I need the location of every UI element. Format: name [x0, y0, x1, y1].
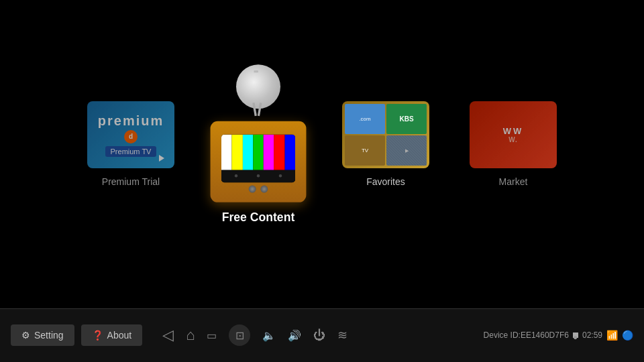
- satellite-dish: [229, 64, 288, 116]
- tv-knob-2: [260, 185, 268, 192]
- market-www: WW: [503, 126, 524, 136]
- toolbar-buttons: ⚙ Setting ❓ About: [11, 324, 142, 346]
- fav-cell-3: TV: [345, 135, 385, 166]
- time-display: 02:59: [582, 330, 602, 340]
- about-button[interactable]: ❓ About: [81, 324, 143, 346]
- setting-label: Setting: [34, 330, 64, 341]
- back-icon[interactable]: ◁: [162, 326, 174, 344]
- favorites-icon: .com KBS TV ▶: [342, 101, 429, 168]
- market-inner: WW W.: [503, 126, 524, 143]
- fav-cell-4: ▶: [386, 135, 427, 166]
- app-item-premium-trial[interactable]: premium d Premium TV Premium Trial: [87, 101, 174, 187]
- menu-icon[interactable]: ≋: [337, 328, 347, 343]
- device-info: Device ID:EE1460D7F6 ● 02:59 📶 🔵: [484, 330, 633, 341]
- fav-cell-1: .com: [345, 104, 385, 134]
- premium-label: Premium TV: [105, 146, 157, 157]
- volume-down-icon[interactable]: 🔈: [262, 329, 276, 342]
- tv-dot-3: [279, 174, 282, 177]
- bluetooth-icon: 🔵: [622, 330, 633, 341]
- cursor-icon: [159, 155, 164, 162]
- premium-trial-label: Premium Trial: [102, 176, 160, 187]
- recents-icon[interactable]: ▭: [207, 329, 217, 342]
- color-bar-red: [274, 134, 285, 170]
- fav-label-1: .com: [359, 116, 370, 122]
- bottom-nav: ◁ ⌂ ▭ ⊡ 🔈 🔊 ⏻ ≋: [162, 324, 347, 346]
- wifi-dot: ●: [573, 333, 578, 338]
- power-icon[interactable]: ⏻: [313, 328, 325, 343]
- premium-free-text: premium: [98, 113, 164, 129]
- fav-cell-2: KBS: [386, 104, 427, 134]
- tv-bottom-strip: [221, 170, 295, 182]
- tv-dot-2: [257, 174, 260, 177]
- tv-screen: [221, 134, 295, 182]
- wifi-icon: 📶: [606, 330, 618, 341]
- status-bar: Device ID:EE1460D7F6 ● 02:59 📶 🔵: [484, 330, 633, 341]
- free-content-label: Free Content: [222, 211, 295, 225]
- app-item-favorites[interactable]: .com KBS TV ▶ Favorites: [342, 101, 429, 187]
- home-icon[interactable]: ⌂: [186, 326, 195, 344]
- app-item-free-content[interactable]: Free Content: [211, 64, 307, 225]
- tv-icon: [211, 121, 307, 202]
- color-bars: [221, 134, 295, 170]
- color-bar-green: [253, 134, 264, 170]
- tv-knob-1: [249, 185, 256, 192]
- color-bar-blue: [284, 134, 295, 170]
- fav-label-4: ▶: [405, 148, 409, 154]
- market-sub: W.: [503, 136, 524, 143]
- setting-button[interactable]: ⚙ Setting: [11, 324, 74, 346]
- market-label: Market: [499, 176, 528, 187]
- favorites-label: Favorites: [366, 176, 405, 187]
- main-content: premium d Premium TV Premium Trial: [0, 0, 644, 288]
- color-bar-cyan: [242, 134, 253, 170]
- bottom-toolbar: ⚙ Setting ❓ About ◁ ⌂ ▭ ⊡ 🔈 🔊 ⏻ ≋ Device…: [0, 308, 644, 362]
- screenshot-icon: ⊡: [235, 329, 244, 342]
- color-bar-white: [221, 134, 232, 170]
- fav-label-3: TV: [362, 147, 368, 154]
- gear-icon: ⚙: [21, 330, 30, 341]
- info-icon: ❓: [92, 330, 103, 341]
- volume-up-icon[interactable]: 🔊: [288, 329, 301, 342]
- premium-trial-icon: premium d Premium TV: [87, 101, 174, 168]
- color-bar-yellow: [232, 134, 243, 170]
- market-icon: WW W.: [470, 101, 557, 168]
- app-item-market[interactable]: WW W. Market: [470, 101, 557, 187]
- app-grid: premium d Premium TV Premium Trial: [0, 72, 644, 217]
- fav-kbs-text: KBS: [399, 115, 413, 123]
- color-bar-magenta: [264, 134, 274, 170]
- device-id: Device ID:EE1460D7F6: [484, 330, 569, 340]
- toolbar-separator: [0, 308, 644, 309]
- tv-controls: [249, 185, 268, 192]
- screenshot-button[interactable]: ⊡: [229, 324, 250, 346]
- tv-dot-1: [235, 174, 237, 177]
- dish-circle: [236, 64, 280, 109]
- about-label: About: [107, 330, 132, 341]
